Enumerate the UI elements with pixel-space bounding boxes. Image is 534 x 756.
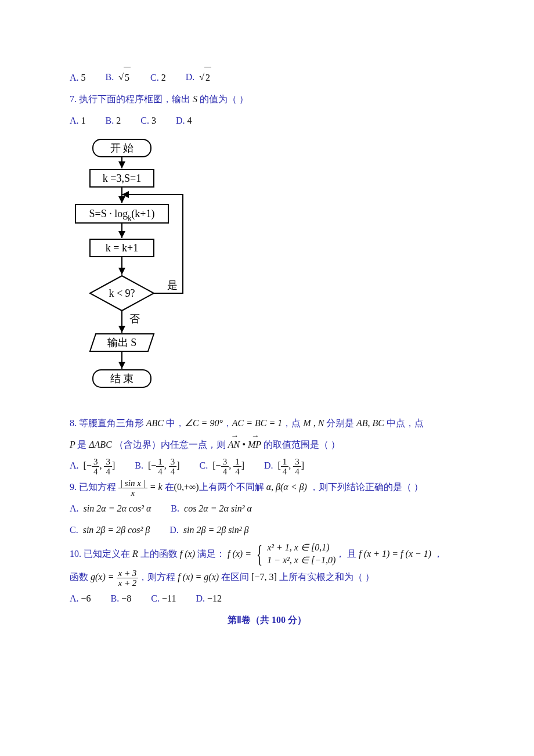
- q7-opt-d[interactable]: D. 4: [176, 110, 192, 132]
- q7-options: A. 1 B. 2 C. 3 D. 4: [70, 110, 464, 132]
- q8-opt-d[interactable]: D. [14, 34]: [264, 455, 304, 477]
- q9-stem: 9. 已知方程 | sin x |x = k 在 (0,+∞) 上有两个不同解 …: [70, 477, 464, 498]
- q9-opt-d[interactable]: D. sin 2β = 2β sin² β: [169, 520, 248, 541]
- svg-text:输出 S: 输出 S: [107, 337, 137, 348]
- q7-opt-a[interactable]: A. 1: [70, 110, 86, 132]
- q10-opt-d[interactable]: D. −12: [196, 588, 222, 610]
- q8-options: A. [−34, 34] B. [−14, 34] C. [−34, 14] D…: [70, 455, 464, 477]
- q9-opt-a[interactable]: A. sin 2α = 2α cos² α: [70, 498, 151, 520]
- svg-text:开  始: 开 始: [110, 142, 134, 154]
- q9-opt-c[interactable]: C. sin 2β = 2β cos² β: [70, 520, 150, 541]
- exam-page: A. 5 B. √5 C. 2 D. √2 7. 执行下面的程序框图，输出 S …: [0, 0, 534, 666]
- q7-opt-c[interactable]: C. 3: [140, 110, 156, 132]
- q9-options-1: A. sin 2α = 2α cos² α B. cos 2α = 2α sin…: [70, 498, 464, 520]
- q6-opt-d[interactable]: D. √2: [186, 67, 211, 89]
- q6-options: A. 5 B. √5 C. 2 D. √2: [70, 67, 464, 89]
- q10-options: A. −6 B. −8 C. −11 D. −12: [70, 588, 464, 610]
- q8-stem-2: P 是 ΔABC （含边界）内任意一点，则 AN • MP 的取值范围是（ ）: [70, 434, 464, 456]
- q10-opt-a[interactable]: A. −6: [70, 588, 91, 610]
- q6-opt-a[interactable]: A. 5: [70, 67, 86, 89]
- section-title: 第Ⅱ卷（共 100 分）: [70, 610, 464, 631]
- svg-text:结  束: 结 束: [110, 373, 134, 384]
- q8-opt-b[interactable]: B. [−14, 34]: [135, 455, 179, 477]
- q9-options-2: C. sin 2β = 2β cos² β D. sin 2β = 2β sin…: [70, 520, 464, 541]
- flowchart: 开 始 k =3,S=1 S=S · logk(k+1) k = k+1 k <…: [70, 136, 464, 404]
- svg-text:k =3,S=1: k =3,S=1: [103, 172, 141, 184]
- q8-opt-c[interactable]: C. [−34, 14]: [200, 455, 244, 477]
- q10-stem-1: 10. 已知定义在 R 上的函数 f (x) 满足： f (x) = { x² …: [70, 541, 464, 567]
- q10-opt-b[interactable]: B. −8: [111, 588, 132, 610]
- svg-text:k < 9?: k < 9?: [109, 287, 135, 299]
- svg-text:否: 否: [129, 313, 140, 325]
- q6-opt-b[interactable]: B. √5: [106, 67, 131, 89]
- q8-opt-a[interactable]: A. [−34, 34]: [70, 455, 115, 477]
- q10-opt-c[interactable]: C. −11: [151, 588, 176, 610]
- q7-stem: 7. 执行下面的程序框图，输出 S 的值为（ ）: [70, 89, 464, 110]
- svg-text:k = k+1: k = k+1: [106, 242, 138, 254]
- svg-text:是: 是: [167, 279, 178, 291]
- q7-opt-b[interactable]: B. 2: [106, 110, 121, 132]
- q9-opt-b[interactable]: B. cos 2α = 2α sin² α: [171, 498, 251, 520]
- q10-stem-2: 函数 g(x) = x + 3x + 2 ，则方程 f (x) = g(x) 在…: [70, 567, 464, 588]
- q6-opt-c[interactable]: C. 2: [150, 67, 166, 89]
- q8-stem-1: 8. 等腰直角三角形 ABC 中， ∠C = 90° ， AC = BC = 1…: [70, 413, 464, 434]
